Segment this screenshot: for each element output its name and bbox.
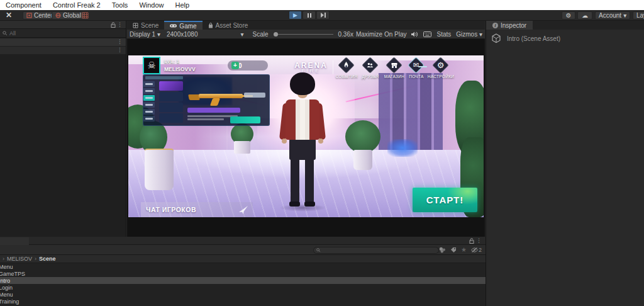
display-dropdown[interactable]: Display 1 ▾ <box>130 31 160 38</box>
weapon-slot[interactable] <box>143 116 155 122</box>
scene-grid-icon <box>133 23 138 28</box>
skin-card[interactable] <box>159 103 183 112</box>
inspector-title: Intro (Scene Asset) <box>507 35 560 42</box>
project-toolbar: ★ 2 <box>0 245 486 255</box>
gizmos-dropdown[interactable]: Gizmos ▾ <box>456 31 482 38</box>
global-toggle-button[interactable]: Global <box>52 11 85 20</box>
character-shadow <box>279 204 326 212</box>
list-item[interactable]: ⋮ <box>0 38 126 46</box>
skull-icon: ☠ <box>147 60 155 71</box>
rifle-preview <box>210 98 220 106</box>
panel-menu-icon[interactable]: ⋮ <box>476 238 482 244</box>
player-avatar[interactable]: ☠ <box>143 57 160 74</box>
menu-control-freak-2[interactable]: Control Freak 2 <box>47 0 106 10</box>
file-row-training[interactable]: Training <box>0 298 486 305</box>
play-button[interactable]: ▶ <box>289 11 302 20</box>
start-button[interactable]: СТАРТ! <box>413 188 477 212</box>
skin-card[interactable] <box>159 113 183 123</box>
character <box>305 156 314 203</box>
player-username: MELISOVVV <box>164 66 196 72</box>
file-row-gametps[interactable]: GameTPS <box>0 270 486 277</box>
cloud-icon: ☁ <box>582 12 588 19</box>
project-search-input[interactable] <box>313 247 439 254</box>
character <box>286 99 319 140</box>
lock-icon[interactable] <box>111 22 116 28</box>
planter-pot-mid <box>234 141 250 154</box>
game-view-panel: Scene Game Asset Store Display 1 ▾ 2400x… <box>127 21 485 237</box>
saved-search-star-icon[interactable]: ★ <box>461 246 467 253</box>
globe-icon <box>55 13 61 18</box>
maximize-on-play-toggle[interactable]: Maximize On Play <box>356 31 407 38</box>
mute-audio-icon[interactable] <box>411 31 418 37</box>
chat-bar[interactable]: ЧАТ ИГРОКОВ <box>141 202 253 217</box>
grid-snap-icon[interactable] <box>82 12 89 19</box>
scale-slider-handle[interactable] <box>274 32 278 37</box>
search-icon <box>316 248 321 252</box>
planter-pot-left <box>145 149 174 190</box>
lock-icon[interactable] <box>469 238 474 244</box>
file-row-login[interactable]: Login <box>0 284 486 291</box>
skin-card[interactable] <box>159 92 183 101</box>
playmode-controls: ▶ <box>289 11 330 20</box>
unity-cube-icon <box>491 33 501 44</box>
keyboard-icon[interactable] <box>423 31 431 37</box>
unity-editor-window: Component Control Freak 2 Tools Window H… <box>0 0 644 306</box>
chevron-right-icon: › <box>35 256 36 262</box>
character <box>289 201 300 207</box>
panel-menu-icon[interactable]: ⋮ <box>117 22 123 28</box>
row-menu-icon[interactable]: ⋮ <box>117 39 123 45</box>
search-by-type-icon[interactable] <box>439 247 446 253</box>
layers-dropdown[interactable]: Layers <box>633 11 644 20</box>
menu-help[interactable]: Help <box>170 0 196 10</box>
weapon-slot[interactable] <box>143 81 155 87</box>
pause-button[interactable] <box>303 11 316 20</box>
hidden-packages-toggle[interactable]: 2 <box>471 247 482 253</box>
breadcrumb-current[interactable]: Scene <box>39 256 56 262</box>
file-row-menu[interactable]: Menu <box>0 263 486 270</box>
project-panel-header: ⋮ <box>0 237 486 245</box>
resolution-dropdown[interactable]: 2400x1080 <box>167 31 198 38</box>
row-menu-icon[interactable]: ⋮ <box>117 47 123 53</box>
send-plane-icon[interactable] <box>239 206 248 214</box>
scale-label: Scale <box>252 31 268 38</box>
tab-scene[interactable]: Scene <box>127 21 164 30</box>
file-list: Menu GameTPS Intro Login Menu Training <box>0 263 486 305</box>
character <box>304 201 315 207</box>
player-level: LVL: 1 <box>164 59 179 64</box>
file-row-menu-2[interactable]: Menu <box>0 291 486 298</box>
left-panel-search[interactable]: All <box>0 29 126 38</box>
stats-toggle[interactable]: Stats <box>436 31 451 38</box>
menu-component[interactable]: Component <box>0 0 47 10</box>
file-row-intro-selected[interactable]: Intro <box>0 277 486 284</box>
hidden-count: 2 <box>479 247 482 253</box>
tab-inspector[interactable]: i Inspector <box>486 21 533 30</box>
add-currency-button[interactable]: + <box>231 62 239 69</box>
account-dropdown[interactable]: Account ▾ <box>595 11 630 20</box>
weapon-slot[interactable] <box>143 88 155 94</box>
menu-window[interactable]: Window <box>133 0 169 10</box>
start-label: СТАРТ! <box>426 195 464 205</box>
skin-card[interactable] <box>159 81 183 91</box>
weapon-slot-selected[interactable] <box>143 95 155 101</box>
equip-button[interactable] <box>230 116 260 123</box>
list-item[interactable]: ⋮ <box>0 47 126 54</box>
close-tool-icon[interactable]: ✕ <box>6 11 12 20</box>
tab-asset-store[interactable]: Asset Store <box>203 21 254 30</box>
panel-tab[interactable] <box>0 237 29 245</box>
chevron-down-icon[interactable]: ▾ <box>240 31 243 38</box>
step-button[interactable] <box>316 11 330 20</box>
events-label: СОБЫТИЯ <box>335 74 357 79</box>
friends-label: ДРУЗЬЯ <box>362 74 379 79</box>
search-by-label-icon[interactable] <box>450 247 457 253</box>
weapon-slot[interactable] <box>143 102 155 108</box>
tab-game[interactable]: Game <box>164 21 202 30</box>
character <box>291 156 299 203</box>
cloud-services-button[interactable]: ☁ <box>577 11 592 20</box>
editor-settings-button[interactable]: ⚙ <box>562 11 575 20</box>
menu-tools[interactable]: Tools <box>106 0 134 10</box>
weapon-slot[interactable] <box>143 109 155 115</box>
scale-slider[interactable] <box>274 34 333 35</box>
breadcrumb-folder[interactable]: MELISOV <box>7 256 32 262</box>
weapon-inventory-panel[interactable] <box>143 74 270 126</box>
currency-counter[interactable]: 500 + <box>228 60 268 71</box>
